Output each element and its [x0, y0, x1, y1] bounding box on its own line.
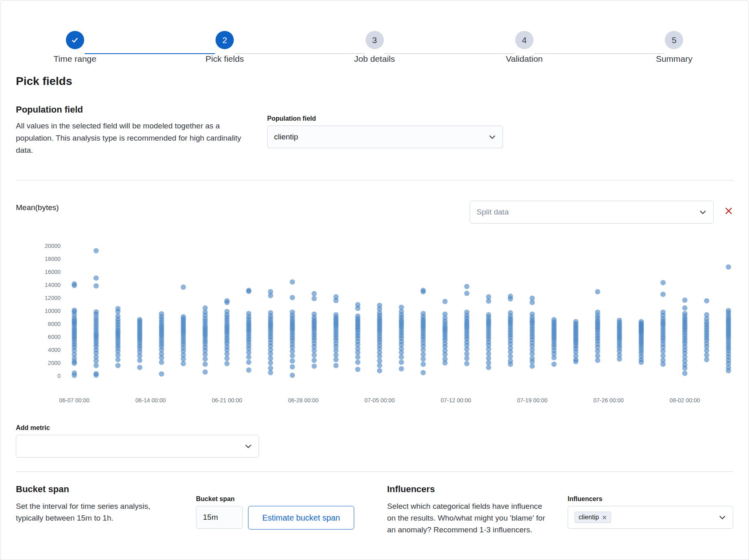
svg-text:0: 0 — [57, 373, 61, 379]
step-label: Validation — [506, 54, 543, 64]
horizontal-rule — [16, 180, 733, 180]
influencers-field-label: Influencers — [568, 495, 733, 503]
svg-text:4000: 4000 — [48, 347, 61, 353]
step-label: Time range — [53, 54, 96, 64]
step-validation[interactable]: 4 Validation — [449, 22, 599, 64]
bucket-span-heading: Bucket span — [16, 484, 179, 495]
svg-text:10000: 10000 — [45, 308, 61, 314]
chevron-down-icon — [244, 443, 252, 450]
svg-text:06-07 00:00: 06-07 00:00 — [59, 397, 89, 404]
influencer-pill: clientip — [575, 512, 611, 523]
estimate-bucket-span-button[interactable]: Estimate bucket span — [248, 506, 354, 530]
add-metric-section: Add metric — [16, 424, 733, 458]
svg-text:07-12 00:00: 07-12 00:00 — [441, 397, 471, 404]
chevron-down-icon — [488, 133, 496, 141]
step-number: 3 — [366, 31, 384, 49]
add-metric-select[interactable] — [16, 435, 259, 458]
svg-text:20000: 20000 — [45, 243, 61, 249]
population-field-value: clientip — [274, 132, 298, 141]
influencers-description: Select which categorical fields have inf… — [387, 500, 552, 536]
population-field-label: Population field — [267, 115, 503, 122]
svg-text:07-19 00:00: 07-19 00:00 — [517, 397, 547, 404]
svg-text:07-05 00:00: 07-05 00:00 — [364, 397, 395, 404]
step-number: 4 — [515, 31, 533, 49]
add-metric-label: Add metric — [16, 424, 733, 432]
population-field-select[interactable]: clientip — [267, 126, 503, 148]
mean-bytes-scatter-svg: 0200040006000800010000120001400016000180… — [28, 236, 749, 410]
population-section: Population field All values in the selec… — [16, 104, 733, 156]
population-heading: Population field — [16, 104, 256, 115]
step-pick-fields[interactable]: 2 Pick fields — [150, 22, 299, 64]
svg-text:06-28 00:00: 06-28 00:00 — [288, 397, 318, 404]
svg-text:18000: 18000 — [45, 256, 61, 262]
metric-row: Mean(bytes) Split data — [16, 201, 733, 224]
check-icon — [71, 36, 79, 44]
step-label: Summary — [656, 54, 692, 64]
population-description: All values in the selected field will be… — [16, 120, 248, 156]
step-label: Job details — [354, 54, 395, 64]
svg-text:6000: 6000 — [48, 334, 61, 340]
svg-text:8000: 8000 — [48, 321, 61, 327]
step-summary[interactable]: 5 Summary — [599, 22, 749, 64]
remove-influencer-icon[interactable] — [602, 515, 607, 520]
chevron-down-icon — [699, 208, 707, 216]
split-data-select[interactable]: Split data — [470, 201, 714, 224]
influencers-heading: Influencers — [387, 484, 552, 495]
svg-text:07-26 00:00: 07-26 00:00 — [593, 397, 624, 404]
bucket-span-field-label: Bucket span — [196, 495, 387, 503]
svg-text:16000: 16000 — [45, 269, 61, 275]
horizontal-rule — [16, 471, 733, 472]
svg-text:2000: 2000 — [48, 360, 61, 366]
svg-text:06-14 00:00: 06-14 00:00 — [135, 397, 166, 404]
chevron-down-icon — [719, 514, 726, 521]
bottom-section: Bucket span Set the interval for time se… — [16, 484, 733, 536]
step-label: Pick fields — [205, 54, 244, 64]
metric-label: Mean(bytes) — [16, 203, 59, 212]
step-job-details[interactable]: 3 Job details — [300, 22, 449, 64]
step-time-range[interactable]: Time range — [0, 22, 150, 64]
step-complete-icon — [66, 31, 84, 49]
influencers-combobox[interactable]: clientip — [568, 506, 733, 529]
split-data-placeholder: Split data — [477, 208, 509, 217]
svg-text:14000: 14000 — [45, 282, 61, 288]
step-number: 5 — [665, 31, 683, 49]
svg-text:06-21 00:00: 06-21 00:00 — [212, 397, 242, 404]
scatter-chart: 0200040006000800010000120001400016000180… — [28, 236, 733, 412]
influencer-pill-label: clientip — [579, 514, 599, 521]
step-number: 2 — [216, 31, 234, 49]
bucket-span-input[interactable] — [196, 506, 243, 529]
bucket-span-description: Set the interval for time series analysi… — [16, 500, 179, 524]
svg-text:12000: 12000 — [45, 295, 61, 301]
page-title: Pick fields — [16, 74, 733, 88]
remove-metric-icon[interactable] — [724, 206, 733, 215]
svg-text:08-02 00:00: 08-02 00:00 — [670, 397, 700, 404]
wizard-stepper: Time range 2 Pick fields 3 Job details 4… — [0, 0, 749, 64]
